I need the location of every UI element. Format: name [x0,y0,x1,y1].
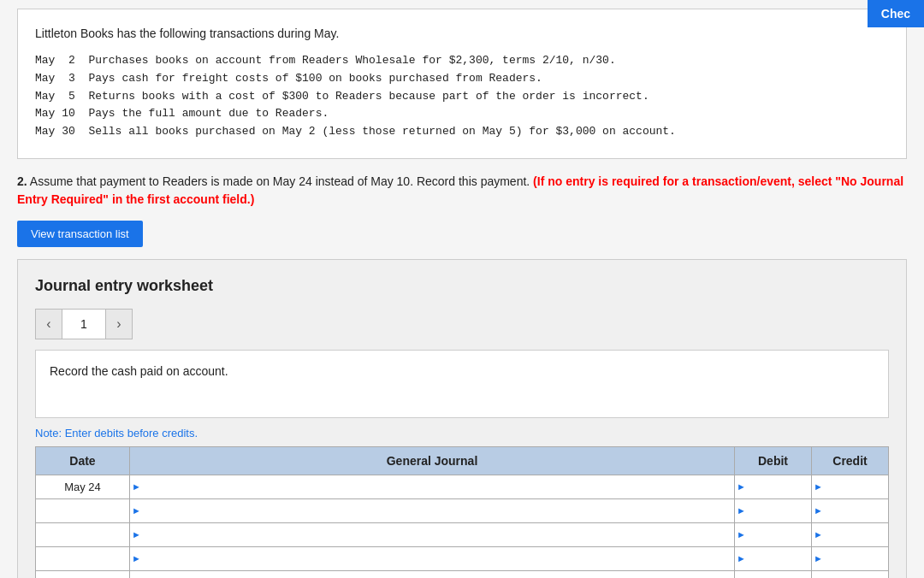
row4-journal-arrow: ► [132,553,141,563]
next-page-button[interactable]: › [105,309,133,339]
row3-credit-cell[interactable]: ► [812,522,889,546]
row3-date [36,522,130,546]
row3-debit-arrow: ► [737,529,746,540]
row3-journal-cell[interactable]: ► [130,522,735,546]
row4-journal-input[interactable] [130,547,734,570]
row1-journal-input[interactable] [130,475,734,498]
page-number: 1 [62,309,105,339]
row1-date: May 24 [36,475,130,498]
prev-page-button[interactable]: ‹ [35,309,62,339]
header-date: Date [36,446,130,475]
journal-table: Date General Journal Debit Credit May 24… [35,446,889,578]
row4-credit-arrow: ► [814,553,823,563]
row3-credit-input[interactable] [812,523,888,546]
worksheet-title: Journal entry worksheet [35,277,889,295]
row2-debit-input[interactable] [735,499,811,522]
check-button[interactable]: Chec [868,0,924,27]
row1-journal-arrow: ► [132,481,141,492]
question-number: 2. [17,174,27,188]
row1-debit-arrow: ► [737,481,746,492]
table-row: ► ► ► [36,522,889,546]
row3-journal-input[interactable] [130,523,734,546]
row1-credit-arrow: ► [814,481,823,492]
row1-journal-cell[interactable]: ► [130,475,735,498]
header-debit: Debit [735,446,812,475]
row3-debit-input[interactable] [735,523,811,546]
header-general-journal: General Journal [130,446,735,475]
row1-credit-input[interactable] [812,475,888,498]
transaction-box: Littleton Books has the following transa… [17,9,907,159]
row4-credit-cell[interactable]: ► [812,546,889,570]
page-navigation: ‹ 1 › [35,309,889,339]
row4-debit-cell[interactable]: ► [735,546,812,570]
row4-debit-arrow: ► [737,553,746,563]
table-row: ► ► ► [36,570,889,578]
view-transaction-list-button[interactable]: View transaction list [17,221,143,247]
worksheet-card: Journal entry worksheet ‹ 1 › Record the… [17,259,907,578]
page-wrapper: Chec Littleton Books has the following t… [0,0,924,578]
table-row: ► ► ► [36,546,889,570]
row2-date [36,498,130,522]
row2-journal-arrow: ► [132,505,141,516]
row1-credit-cell[interactable]: ► [812,475,889,498]
row5-date [36,570,130,578]
row5-journal-cell[interactable]: ► [130,570,735,578]
row2-journal-input[interactable] [130,499,734,522]
row2-credit-input[interactable] [812,499,888,522]
question-section: 2. Assume that payment to Readers is mad… [17,173,907,209]
row5-debit-input[interactable] [735,571,811,578]
row3-journal-arrow: ► [132,529,141,540]
row5-credit-cell[interactable]: ► [812,570,889,578]
row4-journal-cell[interactable]: ► [130,546,735,570]
transaction-intro: Littleton Books has the following transa… [35,27,889,40]
transaction-list: May 2 Purchases books on account from Re… [35,52,889,141]
instruction-text: Record the cash paid on account. [50,364,228,378]
table-row: ► ► ► [36,498,889,522]
row2-debit-arrow: ► [737,505,746,516]
row3-debit-cell[interactable]: ► [735,522,812,546]
row5-journal-input[interactable] [130,571,734,578]
row2-credit-arrow: ► [814,505,823,516]
table-row: May 24 ► ► ► [36,475,889,498]
row1-debit-cell[interactable]: ► [735,475,812,498]
question-text: Assume that payment to Readers is made o… [30,174,530,188]
row2-credit-cell[interactable]: ► [812,498,889,522]
row2-debit-cell[interactable]: ► [735,498,812,522]
row4-date [36,546,130,570]
instruction-box: Record the cash paid on account. [35,350,889,418]
row3-credit-arrow: ► [814,529,823,540]
row1-debit-input[interactable] [735,475,811,498]
row2-journal-cell[interactable]: ► [130,498,735,522]
row4-credit-input[interactable] [812,547,888,570]
row4-debit-input[interactable] [735,547,811,570]
row5-credit-input[interactable] [812,571,888,578]
header-credit: Credit [812,446,889,475]
note-text: Note: Enter debits before credits. [35,427,889,439]
row5-debit-cell[interactable]: ► [735,570,812,578]
